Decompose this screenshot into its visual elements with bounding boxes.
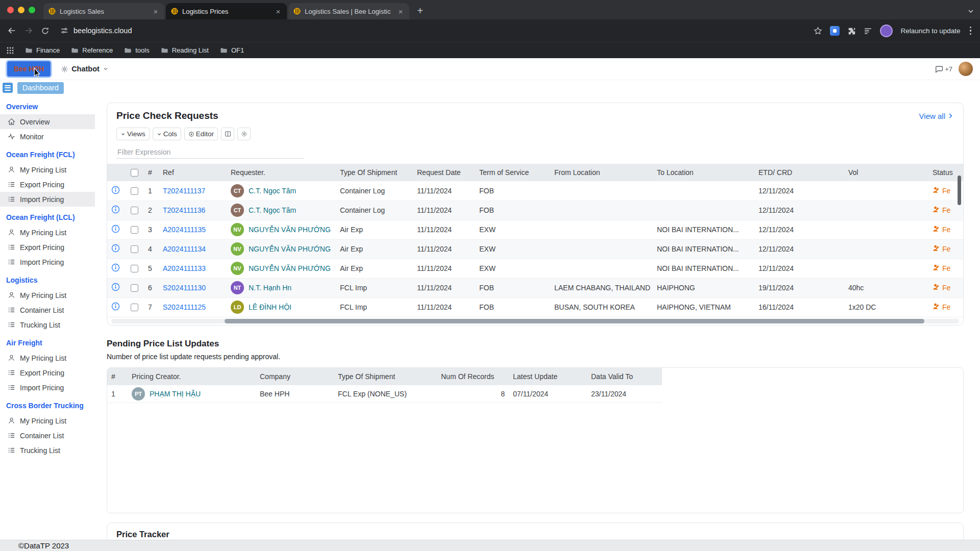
row-checkbox[interactable] [131, 226, 138, 234]
price-check-row[interactable]: 7S2024111125LDLÊ ĐÌNH HỘIFCL Imp11/11/20… [107, 297, 963, 317]
tab-search-chevron-icon[interactable] [967, 7, 975, 15]
requester-name[interactable]: NGUYỄN VĂN PHƯỞNG [249, 245, 331, 253]
extensions-puzzle-icon[interactable] [847, 27, 856, 35]
filter-expression-input[interactable] [116, 146, 304, 159]
tab-close-icon[interactable]: × [152, 7, 160, 16]
bookmark-folder-tools[interactable]: tools [119, 44, 154, 56]
vertical-scrollbar-thumb[interactable] [958, 176, 961, 205]
requester-name[interactable]: LÊ ĐÌNH HỘI [249, 303, 291, 311]
row-checkbox[interactable] [131, 207, 138, 214]
tab-close-icon[interactable]: × [274, 7, 282, 16]
sidebar-item-logistics-my-pricing-list[interactable]: My Pricing List [0, 288, 95, 303]
forward-icon[interactable] [24, 26, 33, 35]
info-icon[interactable] [111, 283, 120, 291]
sidebar-item-ocean-freight-lcl-export-pricing[interactable]: Export Pricing [0, 240, 95, 255]
pending-row[interactable]: 1PTPHẠM THỊ HẬUBee HPHFCL Exp (NONE_US)8… [107, 385, 662, 403]
url-bar[interactable]: beelogistics.cloud [57, 27, 806, 35]
info-icon[interactable] [111, 263, 120, 272]
select-all-checkbox[interactable] [131, 169, 138, 177]
tab-logistics-sales[interactable]: Logistics Sales × [43, 3, 164, 19]
bee-hph-brand-button[interactable]: Bee HPH [7, 61, 51, 77]
requester-name[interactable]: NGUYỄN VĂN PHƯỞNG [249, 264, 331, 272]
price-check-row[interactable]: 5A2024111133NVNGUYỄN VĂN PHƯỞNGAir Exp11… [107, 259, 963, 278]
info-icon[interactable] [111, 224, 120, 233]
reload-icon[interactable] [41, 27, 50, 35]
price-check-row[interactable]: 3A2024111135NVNGUYỄN VĂN PHƯỞNGAir Exp11… [107, 220, 963, 239]
sidebar-item-overview-monitor[interactable]: Monitor [0, 129, 95, 144]
ref-link[interactable]: S2024111125 [163, 303, 206, 311]
creator-name[interactable]: PHẠM THỊ HẬU [150, 390, 201, 398]
editor-button[interactable]: Editor [184, 128, 218, 140]
requester-name[interactable]: C.T. Ngọc Tâm [249, 206, 296, 214]
price-check-row[interactable]: 1T2024111137CTC.T. Ngọc TâmContainer Log… [107, 181, 963, 201]
side-panel-icon[interactable] [864, 27, 872, 35]
sidebar-item-logistics-trucking-list[interactable]: Trucking List [0, 317, 95, 332]
sidebar-item-cross-border-trucking-my-pricing-list[interactable]: My Pricing List [0, 413, 95, 428]
price-check-row[interactable]: 4A2024111134NVNGUYỄN VĂN PHƯỞNGAir Exp11… [107, 239, 963, 259]
tab-logistics-prices-active[interactable]: Logistics Prices × [166, 3, 287, 19]
info-icon[interactable] [111, 244, 120, 253]
sidebar-toggle-icon[interactable] [3, 83, 13, 93]
sidebar-item-ocean-freight-fcl-export-pricing[interactable]: Export Pricing [0, 177, 95, 192]
sidebar-item-logistics-container-list[interactable]: Container List [0, 303, 95, 317]
row-checkbox[interactable] [131, 284, 138, 292]
minimize-window-button[interactable] [18, 7, 24, 13]
bookmark-folder-reading-list[interactable]: Reading List [156, 44, 213, 56]
columns-layout-button[interactable] [221, 128, 234, 140]
tab-close-icon[interactable]: × [397, 7, 405, 16]
requester-name[interactable]: C.T. Ngọc Tâm [249, 187, 296, 195]
bookmark-folder-of1[interactable]: OF1 [215, 44, 249, 56]
ref-link[interactable]: A2024111135 [163, 226, 206, 234]
price-check-row[interactable]: 2T2024111136CTC.T. Ngọc TâmContainer Log… [107, 201, 963, 220]
close-window-button[interactable] [7, 7, 14, 13]
back-icon[interactable] [7, 26, 16, 35]
info-icon[interactable] [111, 186, 120, 194]
row-checkbox[interactable] [131, 245, 138, 253]
requester-name[interactable]: NGUYỄN VĂN PHƯỞNG [249, 226, 331, 234]
sidebar-item-ocean-freight-lcl-import-pricing[interactable]: Import Pricing [0, 255, 95, 269]
ref-link[interactable]: A2024111133 [163, 264, 206, 272]
row-checkbox[interactable] [131, 304, 138, 311]
sidebar-item-cross-border-trucking-trucking-list[interactable]: Trucking List [0, 443, 95, 458]
extension-shortcut-icon[interactable] [830, 26, 840, 36]
cols-button[interactable]: Cols [153, 128, 181, 140]
price-check-row[interactable]: 6S2024111130NTN.T. Hạnh HnFCL Imp11/11/2… [107, 278, 963, 297]
horizontal-scrollbar-thumb[interactable] [225, 319, 924, 323]
sidebar-item-ocean-freight-fcl-import-pricing[interactable]: Import Pricing [0, 192, 95, 207]
horizontal-scrollbar[interactable] [111, 319, 959, 323]
info-icon[interactable] [111, 302, 120, 311]
browser-profile-avatar[interactable] [880, 24, 893, 37]
user-avatar[interactable] [959, 62, 973, 76]
new-tab-button[interactable]: + [413, 4, 427, 18]
site-settings-icon[interactable] [60, 27, 68, 35]
ref-link[interactable]: S2024111130 [163, 284, 206, 292]
bookmark-star-icon[interactable] [814, 27, 822, 35]
row-checkbox[interactable] [131, 187, 138, 195]
ref-link[interactable]: T2024111136 [163, 206, 205, 214]
view-all-link[interactable]: View all [919, 112, 954, 120]
sidebar-item-cross-border-trucking-container-list[interactable]: Container List [0, 428, 95, 443]
tab-logistics-sales-bee[interactable]: Logistics Sales | Bee Logistic × [288, 3, 409, 19]
apps-grid-icon[interactable] [6, 46, 14, 55]
ref-link[interactable]: T2024111137 [163, 187, 205, 195]
url-text[interactable]: beelogistics.cloud [74, 27, 132, 35]
sidebar-item-overview-overview[interactable]: Overview [0, 114, 95, 129]
browser-menu-icon[interactable] [968, 27, 973, 35]
requester-name[interactable]: N.T. Hạnh Hn [249, 284, 291, 292]
chatbot-menu[interactable]: Chatbot [61, 65, 109, 73]
sidebar-item-ocean-freight-fcl-my-pricing-list[interactable]: My Pricing List [0, 162, 95, 177]
sidebar-item-air-freight-import-pricing[interactable]: Import Pricing [0, 380, 95, 395]
views-button[interactable]: Views [116, 128, 150, 140]
sidebar-item-ocean-freight-lcl-my-pricing-list[interactable]: My Pricing List [0, 225, 95, 240]
info-icon[interactable] [111, 205, 120, 214]
fullscreen-window-button[interactable] [29, 7, 35, 13]
sidebar-item-air-freight-export-pricing[interactable]: Export Pricing [0, 365, 95, 380]
bookmark-folder-finance[interactable]: Finance [20, 44, 64, 56]
relaunch-to-update-button[interactable]: Relaunch to update [900, 27, 960, 35]
sidebar-item-air-freight-my-pricing-list[interactable]: My Pricing List [0, 350, 95, 365]
table-settings-button[interactable] [237, 128, 251, 140]
breadcrumb-dashboard[interactable]: Dashboard [17, 82, 64, 94]
row-checkbox[interactable] [131, 265, 138, 272]
bookmark-folder-reference[interactable]: Reference [66, 44, 117, 56]
ref-link[interactable]: A2024111134 [163, 245, 206, 253]
